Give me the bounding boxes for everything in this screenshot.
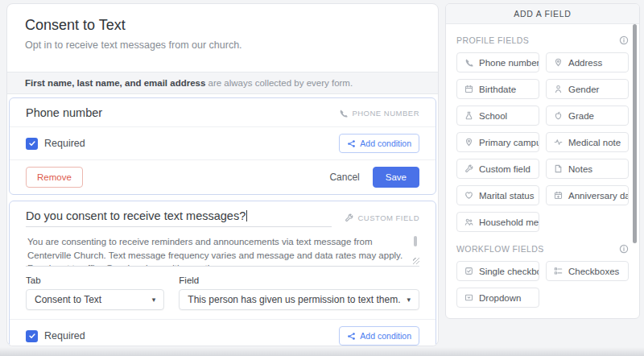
check-icon bbox=[28, 332, 36, 340]
info-circle-icon[interactable] bbox=[619, 244, 629, 254]
add-field-household-members-button[interactable]: Household members bbox=[456, 212, 539, 232]
checkbox-icon bbox=[464, 267, 473, 275]
branch-condition-icon bbox=[347, 139, 356, 148]
textarea-resize-grip[interactable] bbox=[413, 258, 419, 264]
add-field-anniversary-date-button[interactable]: Anniversary date bbox=[546, 185, 629, 205]
add-field-wf-dropdown-button[interactable]: Dropdown bbox=[456, 288, 539, 308]
phone-icon bbox=[464, 58, 473, 67]
add-field-marital-status-button[interactable]: Marital status bbox=[456, 185, 539, 205]
phone-add-condition-button[interactable]: Add condition bbox=[339, 134, 419, 153]
custom-field-type-label: CUSTOM FIELD bbox=[345, 213, 419, 227]
required-label: Required bbox=[44, 330, 85, 342]
viewport-bottom-shadow bbox=[0, 347, 644, 356]
calendar-icon bbox=[464, 85, 473, 93]
info-circle-icon[interactable] bbox=[619, 35, 629, 45]
tab-select[interactable]: Consent to Text ▾ bbox=[26, 289, 164, 310]
caret-down-icon: ▾ bbox=[407, 296, 411, 304]
phone-cancel-button[interactable]: Cancel bbox=[329, 172, 359, 183]
add-field-birthdate-button[interactable]: Birthdate bbox=[456, 79, 539, 99]
add-field-wf-single-checkbox-button[interactable]: Single checkbox bbox=[456, 261, 539, 281]
phone-field-type-label: PHONE NUMBER bbox=[339, 109, 419, 118]
add-field-primary-campus-button[interactable]: Primary campus bbox=[456, 132, 539, 152]
flask-icon bbox=[464, 111, 473, 120]
map-pin-icon bbox=[554, 58, 563, 67]
check-icon bbox=[28, 139, 36, 147]
add-field-address-button[interactable]: Address bbox=[546, 52, 629, 72]
custom-field-title-input[interactable]: Do you consent to receive text messages? bbox=[26, 209, 332, 227]
person-icon bbox=[554, 85, 563, 93]
required-checkbox-checked[interactable] bbox=[26, 138, 38, 150]
phone-number-field-card: Phone number PHONE NUMBER Required Add c… bbox=[9, 97, 436, 195]
add-field-notes-button[interactable]: Notes bbox=[546, 159, 629, 179]
profile-fields-grid: Phone number Address Birthdate Gender Sc… bbox=[456, 52, 629, 232]
add-field-phone-number-button[interactable]: Phone number bbox=[456, 52, 539, 72]
phone-icon bbox=[339, 109, 348, 118]
workflow-fields-grid: Single checkbox Checkboxes Dropdown bbox=[456, 261, 629, 308]
add-field-panel-title: ADD A FIELD bbox=[446, 4, 639, 24]
custom-field-card: Do you consent to receive text messages?… bbox=[9, 201, 436, 346]
always-collected-notice: First name, last name, and email address… bbox=[7, 72, 438, 94]
text-cursor bbox=[246, 210, 247, 221]
required-label: Required bbox=[44, 138, 85, 149]
tab-select-label: Tab bbox=[26, 275, 164, 285]
checkbox-list-icon bbox=[554, 267, 563, 275]
form-description: Opt in to receive text messages from our… bbox=[25, 39, 420, 51]
heart-icon bbox=[464, 191, 473, 200]
phone-save-button[interactable]: Save bbox=[373, 167, 419, 188]
people-icon bbox=[464, 217, 473, 226]
custom-add-condition-button[interactable]: Add condition bbox=[339, 326, 419, 346]
wrench-icon bbox=[464, 164, 473, 173]
custom-required-checkbox-group[interactable]: Required bbox=[26, 330, 85, 342]
notice-rest-text: are always collected by every form. bbox=[205, 78, 353, 88]
phone-remove-button[interactable]: Remove bbox=[26, 167, 83, 188]
dropdown-icon bbox=[464, 293, 473, 302]
phone-required-checkbox-group[interactable]: Required bbox=[26, 138, 85, 150]
form-header: Consent to Text Opt in to receive text m… bbox=[7, 4, 438, 60]
phone-field-title: Phone number bbox=[26, 106, 102, 119]
add-field-medical-note-button[interactable]: Medical note bbox=[546, 132, 629, 152]
field-select-label: Field bbox=[179, 275, 419, 285]
add-field-wf-checkboxes-button[interactable]: Checkboxes bbox=[546, 261, 629, 281]
field-select[interactable]: This person has given us permission to t… bbox=[179, 289, 419, 310]
calendar-icon bbox=[554, 191, 563, 200]
form-editor: Consent to Text Opt in to receive text m… bbox=[6, 3, 439, 346]
required-checkbox-checked[interactable] bbox=[26, 330, 38, 342]
branch-condition-icon bbox=[347, 332, 356, 341]
panel-scrollbar-thumb[interactable] bbox=[633, 24, 637, 243]
textarea-scrollbar-thumb[interactable] bbox=[414, 236, 417, 246]
note-icon bbox=[554, 164, 563, 173]
workflow-fields-section-label: WORKFLOW FIELDS bbox=[456, 244, 544, 254]
notice-bold-text: First name, last name, and email address bbox=[25, 78, 205, 88]
add-field-school-button[interactable]: School bbox=[456, 106, 539, 126]
form-title: Consent to Text bbox=[25, 17, 420, 34]
pulse-icon bbox=[554, 138, 563, 147]
profile-fields-section-label: PROFILE FIELDS bbox=[456, 35, 529, 45]
caret-down-icon: ▾ bbox=[152, 296, 156, 304]
add-field-panel: ADD A FIELD PROFILE FIELDS Phone number … bbox=[445, 3, 640, 319]
add-field-gender-button[interactable]: Gender bbox=[546, 79, 629, 99]
wrench-icon bbox=[345, 213, 353, 222]
add-field-grade-button[interactable]: Grade bbox=[546, 106, 629, 126]
map-pin-icon bbox=[464, 138, 473, 147]
apple-icon bbox=[554, 111, 563, 120]
add-field-custom-field-button[interactable]: Custom field bbox=[456, 159, 539, 179]
custom-field-description-textarea[interactable]: You are consenting to receive reminders … bbox=[26, 233, 419, 267]
